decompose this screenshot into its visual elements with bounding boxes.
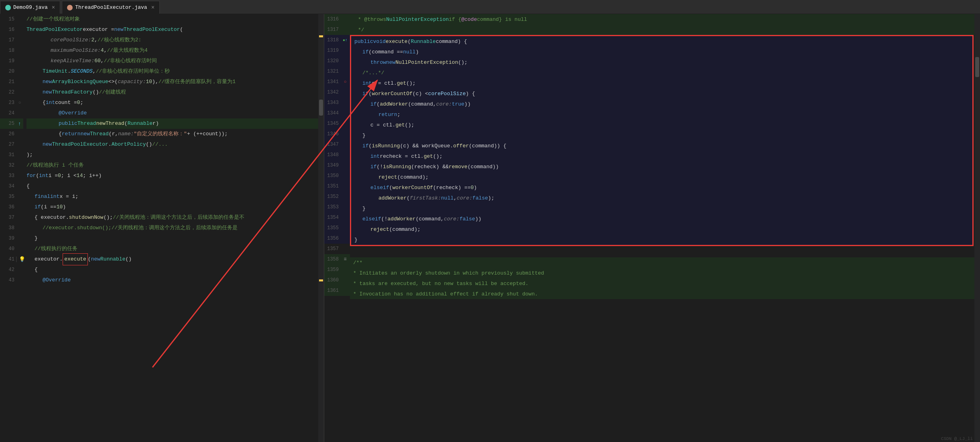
java-file-icon-left [5, 5, 11, 10]
right-line-1355: 1355 [324, 223, 350, 233]
left-scrollbar[interactable] [318, 14, 324, 442]
right-code-area[interactable]: * @throws NullPointerException if { @cod… [350, 14, 974, 442]
tab-demo09[interactable]: Demo09.java × [0, 1, 60, 14]
right-code-1353: } [351, 203, 972, 214]
right-num-1341: 1341 [324, 77, 340, 87]
line-row-33: 33 [0, 171, 23, 181]
right-num-1319: 1319 [324, 45, 340, 56]
right-scrollbar[interactable] [974, 14, 980, 442]
line-row-23: 23 ○ [0, 98, 23, 108]
right-line-1361: 1361 [324, 285, 350, 296]
right-num-1316: 1316 [324, 14, 340, 24]
right-code-1358: /** [350, 257, 974, 268]
editor-right: 1316 1317 1318 ● ↑ 1319 [324, 14, 980, 442]
right-line-1341: 1341 ○ [324, 77, 350, 87]
line-num-27: 27 [0, 139, 16, 150]
right-code-1342: if ( workerCountOf (c) < corePoolSize ) … [351, 88, 972, 99]
line-num-21: 21 [0, 77, 16, 87]
right-num-1357: 1357 [324, 244, 340, 254]
code-line-18: maximumPoolSize: 4 , //最大线程数为4 [26, 45, 318, 56]
line-num-19: 19 [0, 56, 16, 66]
line-num-32: 32 [0, 160, 16, 171]
right-code-1360: * tasks are executed, but no new tasks w… [350, 278, 974, 289]
code-line-35: final int x = i; [26, 191, 318, 202]
line-row-36: 36 [0, 202, 23, 212]
watermark: CSDN @_LJ_li [941, 436, 973, 441]
right-code-1349: if (! isRunning (recheck) && remove (com… [351, 161, 972, 172]
right-num-1359: 1359 [324, 265, 340, 275]
right-line-1318: 1318 ● ↑ [324, 35, 350, 45]
right-comment-top: * @throws NullPointerException if { @cod… [350, 14, 974, 35]
right-line-1352: 1352 [324, 191, 350, 202]
right-num-1348: 1348 [324, 150, 340, 160]
code-line-32: //线程池执行 i 个任务 [26, 160, 318, 171]
right-num-1344: 1344 [324, 108, 340, 118]
right-code-1352: addWorker ( firstTask: null , core: fals… [351, 193, 972, 203]
line-row-15: 15 [0, 14, 23, 24]
line-row-32: 32 [0, 160, 23, 171]
line-row-26: 26 [0, 129, 23, 139]
line-num-39: 39 [0, 233, 16, 244]
code-line-36: if (i == 10 ) [26, 202, 318, 212]
right-num-1347: 1347 [324, 139, 340, 150]
line-num-25: 25 [0, 118, 16, 129]
left-scroll-thumb[interactable] [319, 100, 323, 116]
right-line-1354: 1354 [324, 212, 350, 223]
right-num-1350: 1350 [324, 171, 340, 181]
tab-threadpool[interactable]: ThreadPoolExecutor.java × [62, 1, 160, 14]
code-line-27: new ThreadPoolExecutor . AbortPolicy () … [26, 139, 318, 150]
gutter-icon-23: ○ [16, 100, 23, 105]
line-num-23: 23 [0, 98, 16, 108]
right-gutter: 1316 1317 1318 ● ↑ 1319 [324, 14, 350, 442]
right-line-1345: 1345 [324, 118, 350, 129]
right-code-1321: /*...*/ [351, 67, 972, 78]
code-line-21: new ArrayBlockingQueue <>( capacity: 10 … [26, 77, 318, 87]
right-num-1351: 1351 [324, 181, 340, 191]
tab-bar: Demo09.java × ThreadPoolExecutor.java × [0, 0, 980, 14]
tab-close-left[interactable]: × [52, 4, 55, 11]
right-code-1348: int recheck = ctl. get (); [351, 151, 972, 161]
code-text-15: //创建一个线程池对象 [26, 14, 80, 24]
right-code-1345: c = ctl. get (); [351, 120, 972, 130]
line-num-42: 42 [0, 265, 16, 275]
right-line-1316: 1316 [324, 14, 350, 24]
line-row-42: 42 [0, 265, 23, 275]
right-line-1347: 1347 [324, 139, 350, 150]
right-code-1317: */ [350, 24, 974, 35]
editor-content-left: 15 16 17 18 19 [0, 14, 324, 442]
right-num-1360: 1360 [324, 275, 340, 285]
right-code-1361: * Invocation has no additional effect if… [350, 289, 974, 299]
line-num-16: 16 [0, 24, 16, 35]
code-line-26: { return new Thread (r, name: "自定义的线程名称：… [26, 129, 318, 139]
code-line-24: @Override [26, 108, 318, 118]
line-row-34: 34 [0, 181, 23, 191]
line-row-41: 41 | 💡 [0, 254, 23, 265]
right-num-1321: 1321 [324, 66, 340, 77]
line-num-20: 20 [0, 66, 16, 77]
right-num-1361: 1361 [324, 285, 340, 296]
execute-highlight: execute [63, 253, 88, 265]
line-row-18: 18 [0, 45, 23, 56]
line-row-17: 17 [0, 35, 23, 45]
right-line-1356: 1356 [324, 233, 350, 244]
line-num-34: 34 [0, 181, 16, 191]
right-num-1352: 1352 [324, 191, 340, 202]
line-num-36: 36 [0, 202, 16, 212]
code-line-39: } [26, 233, 318, 244]
right-line-1348: 1348 [324, 150, 350, 160]
right-code-1347: if ( isRunning (c) && workQueue. offer (… [351, 141, 972, 151]
tab-close-right[interactable]: × [151, 4, 155, 11]
right-code-1346: } [351, 130, 972, 141]
left-gutter: 15 16 17 18 19 [0, 14, 23, 442]
code-line-17: corePoolSize: 2 , //核心线程数为2: [26, 35, 318, 45]
code-area-left[interactable]: //创建一个线程池对象 ThreadPoolExecutor executor … [23, 14, 318, 442]
line-num-17: 17 [0, 35, 16, 45]
code-line-33: for ( int i = 0 ; i < 14 ; i++) [26, 171, 318, 181]
code-line-22: new ThreadFactory () //创建线程 [26, 87, 318, 98]
right-line-1319: 1319 [324, 45, 350, 56]
right-num-1317: 1317 [324, 24, 340, 35]
right-line-1349: 1349 [324, 160, 350, 171]
right-num-1318: 1318 [324, 35, 340, 45]
right-scroll-thumb[interactable] [975, 57, 979, 77]
gutter-icon-15 [16, 14, 23, 24]
